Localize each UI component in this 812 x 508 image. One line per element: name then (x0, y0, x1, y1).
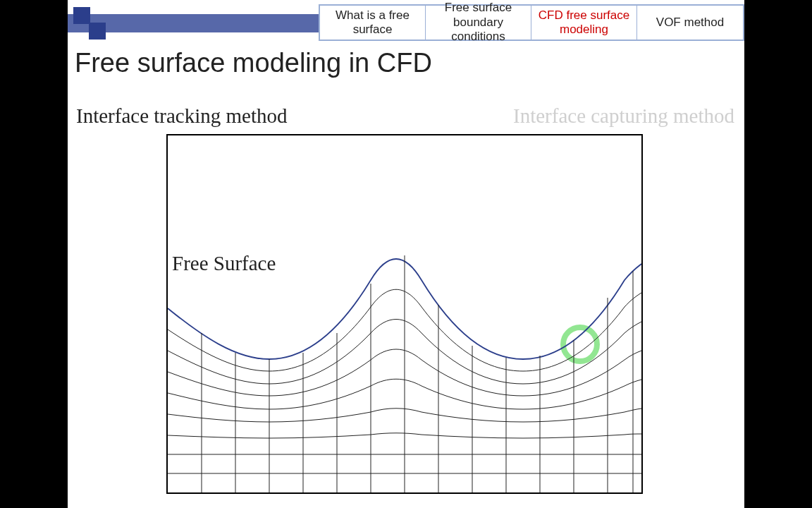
top-bar: What is a free surface Free surface boun… (68, 0, 744, 42)
tab-what-is-free-surface[interactable]: What is a free surface (320, 6, 426, 40)
tab-vof-method[interactable]: VOF method (637, 6, 743, 40)
slide: What is a free surface Free surface boun… (68, 0, 744, 508)
mesh-diagram (168, 135, 641, 492)
diagram-frame: Free Surface (166, 134, 643, 494)
logo-square-icon (73, 7, 90, 24)
logo-square-icon (89, 23, 106, 40)
method-label-capturing: Interface capturing method (513, 104, 734, 128)
nav-tabs: What is a free surface Free surface boun… (319, 4, 744, 41)
page-title: Free surface modeling in CFD (75, 48, 432, 78)
tab-cfd-free-surface-modeling[interactable]: CFD free surface modeling (531, 6, 637, 40)
method-label-tracking: Interface tracking method (76, 104, 288, 128)
tab-free-surface-bc[interactable]: Free surface boundary conditions (426, 6, 531, 40)
